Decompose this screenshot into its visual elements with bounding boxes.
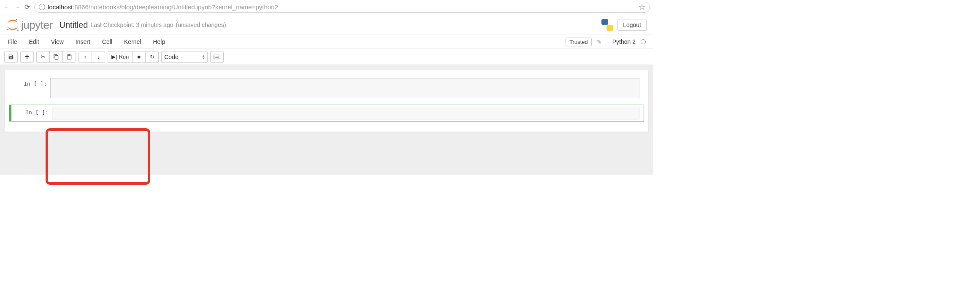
notebook-container: In [ ]: In [ ]: [0,65,653,175]
kernel-status-icon [641,39,646,44]
checkpoint-text: Last Checkpoint: 3 minutes ago [90,22,173,28]
menubar: File Edit View Insert Cell Kernel Help T… [0,35,653,49]
copy-cell-button[interactable] [49,51,63,63]
plus-icon: + [25,52,30,61]
edit-mode-pencil-icon[interactable]: ✎ [597,38,602,45]
text-cursor [56,110,56,116]
menu-help[interactable]: Help [153,38,165,45]
browser-address-bar: ← → ⟳ i localhost:8866/notebooks/blog/de… [0,0,653,14]
jupyter-logo-icon [7,19,19,31]
cut-cell-button[interactable]: ✂ [36,51,50,63]
url-input[interactable]: i localhost:8866/notebooks/blog/deeplear… [34,2,650,13]
menu-cell[interactable]: Cell [102,38,112,45]
bookmark-star-icon[interactable]: ☆ [639,3,645,12]
cell-prompt: In [ ]: [11,107,52,119]
insert-cell-below-button[interactable]: + [20,51,34,63]
svg-rect-3 [217,56,217,56]
kernel-name[interactable]: Python 2 [612,38,636,45]
svg-rect-4 [218,56,219,56]
menu-insert[interactable]: Insert [76,38,90,45]
code-cell[interactable]: In [ ]: [9,76,644,100]
move-cell-down-button[interactable]: ↓ [92,51,105,63]
save-icon [8,54,14,60]
interrupt-kernel-button[interactable]: ■ [132,51,146,63]
url-text: localhost:8866/notebooks/blog/deeplearni… [48,3,278,11]
forward-arrow-icon: → [14,4,20,11]
cell-type-select[interactable]: Code ▴▾ [161,51,208,63]
code-cell[interactable]: In [ ]: [9,105,644,122]
svg-rect-5 [215,57,219,58]
reload-icon[interactable]: ⟳ [24,3,30,11]
back-arrow-icon: ← [3,4,9,11]
python-logo-icon [601,19,613,31]
keyboard-icon [214,54,220,59]
menu-file[interactable]: File [8,38,17,45]
jupyter-logo[interactable]: jupyter [7,19,53,32]
arrow-down-icon: ↓ [97,54,100,60]
arrow-up-icon: ↑ [84,54,87,60]
notebook-title[interactable]: Untitled [60,20,88,30]
toolbar: + ✂ ↑ ↓ ▶| Run ■ ↻ Code ▴▾ [0,49,653,65]
menu-edit[interactable]: Edit [29,38,39,45]
cell-input[interactable] [52,107,639,119]
restart-icon: ↻ [150,54,154,60]
cell-prompt: In [ ]: [10,78,50,98]
jupyter-logo-text: jupyter [21,19,53,32]
separator [607,38,607,46]
notebook-header: jupyter Untitled Last Checkpoint: 3 minu… [0,14,653,35]
restart-kernel-button[interactable]: ↻ [145,51,159,63]
unsaved-indicator: (unsaved changes) [176,22,226,28]
paste-cell-button[interactable] [62,51,76,63]
run-icon: ▶| [111,54,117,60]
trusted-badge[interactable]: Trusted [566,38,592,46]
site-info-icon[interactable]: i [39,4,45,10]
chevron-updown-icon: ▴▾ [203,54,205,59]
menu-kernel[interactable]: Kernel [124,38,141,45]
svg-rect-2 [216,56,217,56]
copy-icon [53,54,59,60]
svg-rect-1 [215,56,215,56]
run-cell-button[interactable]: ▶| Run [108,51,133,63]
command-palette-button[interactable] [210,51,224,63]
cell-type-value: Code [164,54,178,60]
paste-icon [66,54,72,60]
scissors-icon: ✂ [41,54,46,60]
notebook: In [ ]: In [ ]: [5,70,648,132]
save-button[interactable] [4,51,18,63]
move-cell-up-button[interactable]: ↑ [79,51,92,63]
cell-input[interactable] [50,78,639,98]
run-label: Run [119,54,129,60]
menu-view[interactable]: View [51,38,64,45]
stop-icon: ■ [137,54,141,60]
svg-rect-0 [214,55,220,59]
logout-button[interactable]: Logout [617,19,647,31]
